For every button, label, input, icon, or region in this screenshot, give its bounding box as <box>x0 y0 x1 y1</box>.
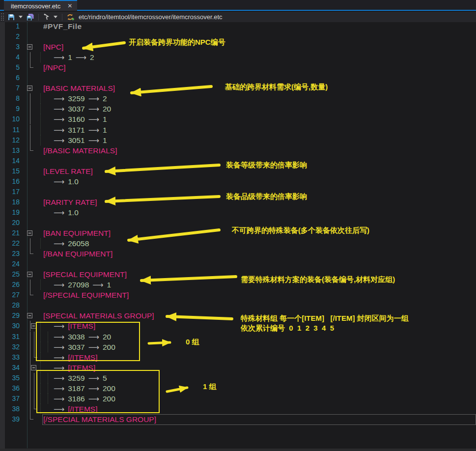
line-number: 21 <box>0 228 20 238</box>
code-line[interactable]: 4⟶1⟶2 <box>0 52 476 62</box>
code-text: ⟶27098⟶1 <box>43 280 111 290</box>
code-text: [BASIC MATERIALS] <box>43 83 115 93</box>
pvf-tag: [SPECIAL MATERIALS GROUP] <box>43 311 154 320</box>
fold-collapse-icon[interactable] <box>27 85 32 91</box>
code-line[interactable]: 12⟶3051⟶1 <box>0 135 476 145</box>
code-text: [/BAN EQUIPMENT] <box>43 249 112 259</box>
tab-itemcrossover[interactable]: itemcrossover.etc ✕ <box>4 0 77 11</box>
fold-collapse-icon[interactable] <box>31 365 36 370</box>
fold-collapse-icon[interactable] <box>27 230 32 236</box>
code-line[interactable]: 26⟶27098⟶1 <box>0 280 476 290</box>
annotation-npc: 开启装备跨界功能的NPC编号 <box>129 38 225 47</box>
separator-arrow-icon: ⟶ <box>50 53 68 62</box>
code-text: [/BASIC MATERIALS] <box>43 145 117 156</box>
pvf-number: 1 <box>103 136 107 144</box>
line-number: 27 <box>0 290 20 300</box>
save-icon <box>7 13 15 21</box>
code-text: ⟶3051⟶1 <box>43 135 107 146</box>
fold-guide-line <box>30 52 30 62</box>
code-text: ⟶26058 <box>43 238 89 249</box>
code-text: [/SPECIAL EQUIPMENT] <box>43 290 129 300</box>
code-text: ⟶3160⟶1 <box>43 114 107 125</box>
save-dropdown-chevron-icon[interactable] <box>19 16 23 18</box>
separator-arrow-icon: ⟶ <box>50 281 68 289</box>
editor-window: itemcrossover.etc ✕ <box>0 0 476 451</box>
pvf-number: 1.0 <box>68 208 79 217</box>
code-line[interactable]: 16⟶1.0 <box>0 176 476 187</box>
annotation-rarity: 装备品级带来的倍率影响 <box>226 192 307 201</box>
code-text: ⟶3259⟶2 <box>43 93 107 104</box>
line-number: 12 <box>0 135 20 145</box>
separator-arrow-icon: ⟶ <box>85 105 103 113</box>
line-number: 36 <box>0 383 20 394</box>
tab-bar: itemcrossover.etc ✕ <box>0 0 476 11</box>
indent-guide <box>40 93 41 104</box>
separator-arrow-icon: ⟶ <box>50 115 68 124</box>
code-line[interactable]: 10⟶3160⟶1 <box>0 114 476 124</box>
pvf-number: 1 <box>103 115 107 123</box>
sync-button[interactable] <box>65 12 76 22</box>
code-line[interactable]: 19⟶1.0 <box>0 207 476 218</box>
code-line[interactable]: 22⟶26058 <box>0 238 476 249</box>
group1-highlight-box <box>36 370 160 413</box>
tool-button[interactable] <box>41 12 52 22</box>
code-line[interactable]: 11⟶3171⟶1 <box>0 125 476 135</box>
code-line[interactable]: 25[SPECIAL EQUIPMENT] <box>0 269 476 280</box>
code-line[interactable]: 28 <box>0 300 476 310</box>
pvf-number: 1 <box>68 53 72 61</box>
group0-highlight-box <box>36 322 140 361</box>
save-all-button[interactable] <box>25 12 36 22</box>
line-number: 8 <box>0 93 20 104</box>
toolbar-separator <box>38 14 39 21</box>
code-line[interactable]: 2 <box>0 31 476 42</box>
separator-arrow-icon: ⟶ <box>72 53 90 62</box>
code-line[interactable]: 23[/BAN EQUIPMENT] <box>0 249 476 259</box>
tool-icon <box>43 13 50 21</box>
pvf-tag: [/SPECIAL EQUIPMENT] <box>43 291 129 299</box>
code-line[interactable]: 3[NPC] <box>0 42 476 52</box>
fold-guide-line <box>30 93 30 104</box>
line-number: 2 <box>0 31 20 42</box>
code-text: ⟶1⟶2 <box>43 52 94 63</box>
code-line[interactable]: 24 <box>0 259 476 269</box>
pvf-number: 3259 <box>68 94 84 103</box>
line-number: 30 <box>0 321 20 331</box>
fold-collapse-icon[interactable] <box>27 313 32 318</box>
fold-guide-line <box>30 135 30 145</box>
indent-guide <box>40 114 41 124</box>
code-line[interactable]: 9⟶3037⟶20 <box>0 104 476 114</box>
line-number: 26 <box>0 280 20 290</box>
breadcrumb: etc/rindro/itemtool/itemcrossover/itemcr… <box>79 13 223 21</box>
line-number: 31 <box>0 332 20 342</box>
pvf-number: 2 <box>103 94 107 103</box>
code-line[interactable]: 8⟶3259⟶2 <box>0 93 476 104</box>
pvf-number: 26058 <box>68 239 89 248</box>
fold-collapse-icon[interactable] <box>27 272 32 277</box>
code-line[interactable]: 27[/SPECIAL EQUIPMENT] <box>0 290 476 300</box>
pvf-tag: [SPECIAL EQUIPMENT] <box>43 270 127 279</box>
code-text: [SPECIAL MATERIALS GROUP] <box>43 310 154 321</box>
pvf-tag: [LEVEL RATE] <box>43 167 93 175</box>
annotation-basic: 基础的跨界材料需求(编号,数量) <box>225 83 328 92</box>
code-line[interactable]: 1#PVF_File <box>0 21 476 31</box>
fold-guide-line <box>30 145 33 151</box>
code-line[interactable]: 13[/BASIC MATERIALS] <box>0 145 476 156</box>
line-number: 11 <box>0 125 20 135</box>
save-button[interactable] <box>6 12 17 22</box>
toolbar-grip[interactable] <box>1 13 4 21</box>
separator-arrow-icon: ⟶ <box>85 136 103 145</box>
code-line[interactable]: 6 <box>0 73 476 83</box>
fold-guide-line <box>34 342 34 352</box>
fold-guide-line <box>30 104 30 114</box>
fold-guide-line <box>34 373 34 383</box>
indent-guide <box>40 104 41 114</box>
tool-dropdown-chevron-icon[interactable] <box>54 16 57 18</box>
annotation-group-line1: 特殊材料组 每一个[ITEM] [/ITEM] 封闭区间为一组 <box>241 314 409 323</box>
pvf-tag: [/BASIC MATERIALS] <box>43 146 117 155</box>
pvf-tag: [/NPC] <box>43 63 66 72</box>
code-line[interactable]: 5[/NPC] <box>0 62 476 73</box>
tab-close-icon[interactable]: ✕ <box>67 3 72 9</box>
separator-arrow-icon: ⟶ <box>85 94 103 103</box>
fold-collapse-icon[interactable] <box>27 44 32 50</box>
fold-guide-line <box>30 290 33 295</box>
